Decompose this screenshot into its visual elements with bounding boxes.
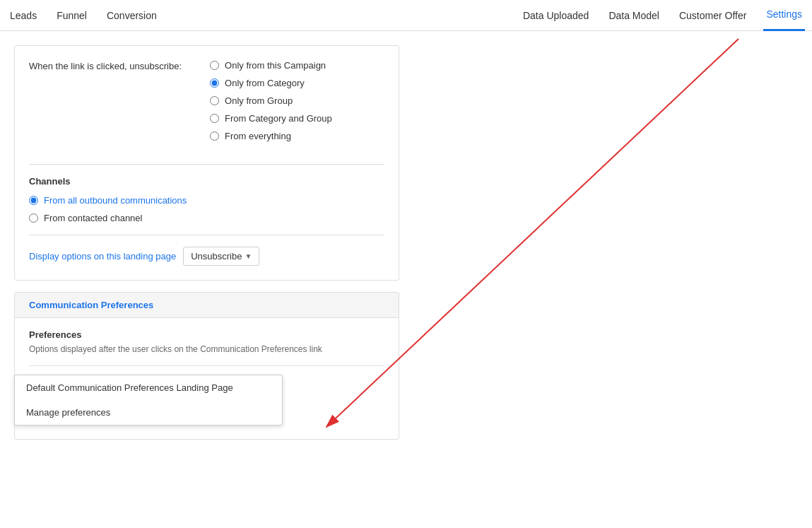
dropdown-menu-item-0[interactable]: Default Communication Preferences Landin… xyxy=(15,375,282,400)
nav-item-data-model[interactable]: Data Model xyxy=(606,0,662,31)
nav-item-customer-offer[interactable]: Customer Offer xyxy=(676,0,749,31)
preferences-desc: Options displayed after the user clicks … xyxy=(29,344,384,354)
nav-right: Data Uploaded Data Model Customer Offer … xyxy=(520,0,805,31)
radio-contacted-channel-label: From contacted channel xyxy=(44,213,142,223)
radio-from-everything[interactable]: From everything xyxy=(210,131,332,141)
channels-title: Channels xyxy=(29,176,384,187)
channel-radio-group: From all outbound communications From co… xyxy=(29,195,384,223)
unsubscribe-radio-group: Only from this Campaign Only from Catego… xyxy=(210,60,332,141)
unsubscribe-section: When the link is clicked, unsubscribe: O… xyxy=(14,45,399,281)
radio-category-and-group[interactable]: From Category and Group xyxy=(210,113,332,124)
comm-pref-header: Communication Preferences xyxy=(15,293,399,318)
radio-only-this-campaign-input[interactable] xyxy=(210,61,219,70)
nav-item-leads[interactable]: Leads xyxy=(7,0,40,31)
unsubscribe-label: When the link is clicked, unsubscribe: xyxy=(29,60,182,73)
preferences-title: Preferences xyxy=(29,329,384,340)
radio-from-everything-input[interactable] xyxy=(210,131,219,141)
nav-left: Leads Funnel Conversion xyxy=(7,0,160,31)
radio-only-group-input[interactable] xyxy=(210,96,219,105)
radio-contacted-channel-input[interactable] xyxy=(29,213,38,223)
radio-category-and-group-label: From Category and Group xyxy=(225,113,332,124)
nav-item-data-uploaded[interactable]: Data Uploaded xyxy=(520,0,592,31)
radio-only-group[interactable]: Only from Group xyxy=(210,95,332,106)
radio-all-outbound-label: From all outbound communications xyxy=(44,195,187,206)
divider-1 xyxy=(29,164,384,165)
nav-item-settings[interactable]: Settings xyxy=(763,0,805,31)
radio-only-category[interactable]: Only from Category xyxy=(210,78,332,88)
radio-only-category-label: Only from Category xyxy=(225,78,305,88)
divider-3 xyxy=(29,365,384,366)
main-content: When the link is clicked, unsubscribe: O… xyxy=(0,31,812,440)
radio-contacted-channel[interactable]: From contacted channel xyxy=(29,213,384,223)
radio-only-this-campaign[interactable]: Only from this Campaign xyxy=(210,60,332,71)
nav-item-conversion[interactable]: Conversion xyxy=(104,0,160,31)
nav-item-funnel[interactable]: Funnel xyxy=(54,0,90,31)
comm-pref-dropdown-menu: Default Communication Preferences Landin… xyxy=(14,375,283,426)
dropdown-menu-item-1[interactable]: Manage preferences xyxy=(15,400,282,425)
unsubscribe-dropdown-value: Unsubscribe xyxy=(191,251,242,262)
display-options-label: Display options on this landing page xyxy=(29,251,176,262)
top-navigation: Leads Funnel Conversion Data Uploaded Da… xyxy=(0,0,812,31)
unsubscribe-dropdown-arrow-icon: ▼ xyxy=(245,252,252,260)
radio-all-outbound[interactable]: From all outbound communications xyxy=(29,195,384,206)
radio-only-group-label: Only from Group xyxy=(225,95,293,106)
radio-category-and-group-input[interactable] xyxy=(210,114,219,123)
divider-2 xyxy=(29,235,384,235)
unsubscribe-dropdown[interactable]: Unsubscribe ▼ xyxy=(183,247,259,266)
radio-all-outbound-input[interactable] xyxy=(29,196,38,205)
radio-from-everything-label: From everything xyxy=(225,131,291,141)
radio-only-category-input[interactable] xyxy=(210,78,219,88)
radio-only-this-campaign-label: Only from this Campaign xyxy=(225,60,326,71)
display-options-row: Display options on this landing page Uns… xyxy=(29,247,384,266)
